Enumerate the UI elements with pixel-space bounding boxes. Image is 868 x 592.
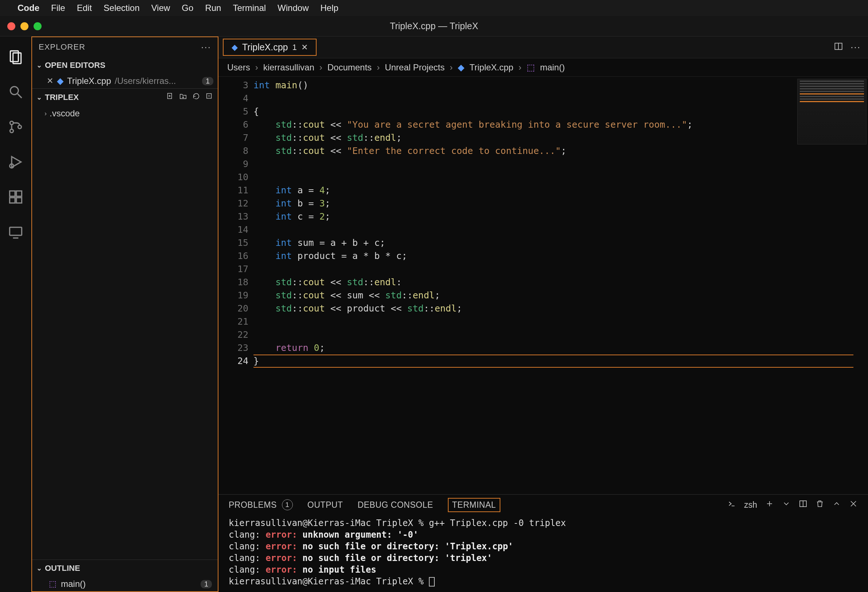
- menu-terminal[interactable]: Terminal: [233, 3, 266, 13]
- window-title: TripleX.cpp — TripleX: [390, 21, 478, 31]
- svg-point-6: [18, 125, 21, 128]
- outline-item-badge: 1: [201, 580, 212, 588]
- panel-tab-problems[interactable]: PROBLEMS 1: [229, 497, 293, 512]
- search-icon[interactable]: [8, 84, 24, 102]
- svg-rect-11: [10, 198, 15, 203]
- menu-edit[interactable]: Edit: [77, 3, 92, 13]
- menu-selection[interactable]: Selection: [103, 3, 140, 13]
- open-editor-badge: 1: [202, 77, 213, 86]
- project-header[interactable]: ⌄ TRIPLEX: [32, 88, 218, 106]
- new-folder-icon[interactable]: [179, 92, 187, 102]
- menu-run[interactable]: Run: [205, 3, 221, 13]
- breadcrumb-segment[interactable]: main(): [540, 62, 565, 72]
- tab-dirty-marker: 1: [292, 43, 297, 52]
- kill-terminal-icon[interactable]: [815, 499, 824, 510]
- terminal-dropdown-icon[interactable]: [782, 499, 791, 510]
- explorer-title: EXPLORER: [39, 42, 85, 52]
- open-editor-filename: TripleX.cpp: [67, 76, 111, 86]
- svg-point-5: [10, 129, 13, 133]
- close-tab-icon[interactable]: ✕: [301, 43, 308, 52]
- split-editor-icon[interactable]: [834, 41, 843, 53]
- panel-tab-terminal[interactable]: TERMINAL: [448, 498, 500, 512]
- open-editors-header[interactable]: ⌄ OPEN EDITORS: [32, 57, 218, 74]
- menu-window[interactable]: Window: [278, 3, 309, 13]
- split-terminal-icon[interactable]: [799, 499, 807, 510]
- menu-go[interactable]: Go: [182, 3, 193, 13]
- refresh-icon[interactable]: [192, 92, 200, 102]
- terminal-launch-icon[interactable]: [727, 499, 736, 510]
- problems-count-badge: 1: [282, 499, 293, 510]
- svg-point-4: [10, 121, 13, 124]
- macos-menubar: Code File Edit Selection View Go Run Ter…: [0, 0, 868, 16]
- svg-rect-9: [10, 191, 15, 196]
- outline-label: OUTLINE: [45, 564, 80, 573]
- close-window-button[interactable]: [7, 22, 15, 30]
- panel-tab-output[interactable]: OUTPUT: [307, 498, 343, 512]
- explorer-sidebar: EXPLORER ··· ⌄ OPEN EDITORS ✕ ◆ TripleX.…: [31, 37, 218, 592]
- app-name[interactable]: Code: [18, 3, 39, 13]
- open-editors-label: OPEN EDITORS: [45, 61, 105, 70]
- editor-region: ◆ TripleX.cpp 1 ✕ ··· Users› kierrasulli…: [218, 37, 868, 592]
- chevron-right-icon: ›: [44, 110, 47, 117]
- svg-point-2: [10, 86, 18, 94]
- close-panel-icon[interactable]: [849, 499, 858, 510]
- breadcrumb-segment[interactable]: Users: [227, 62, 250, 72]
- folder-vscode[interactable]: › .vscode: [32, 106, 218, 121]
- svg-rect-13: [10, 227, 22, 235]
- breadcrumb-segment[interactable]: kierrasullivan: [263, 62, 314, 72]
- outline-header[interactable]: ⌄ OUTLINE: [32, 560, 218, 577]
- tab-bar: ◆ TripleX.cpp 1 ✕ ···: [218, 37, 868, 58]
- breadcrumb-segment[interactable]: TripleX.cpp: [469, 62, 514, 72]
- collapse-all-icon[interactable]: [205, 92, 213, 102]
- outline-item-main[interactable]: ⬚ main() 1: [32, 577, 218, 591]
- folder-name: .vscode: [50, 108, 80, 118]
- project-label: TRIPLEX: [45, 93, 79, 102]
- terminal-output[interactable]: kierrasullivan@Kierras-iMac TripleX % g+…: [218, 515, 868, 592]
- svg-line-3: [18, 94, 22, 98]
- close-editor-icon[interactable]: ✕: [47, 76, 53, 86]
- cpp-file-icon: ◆: [232, 43, 238, 52]
- line-number-gutter: 3456789101112131415161718192021222324: [218, 77, 254, 494]
- code-editor[interactable]: 3456789101112131415161718192021222324 in…: [218, 77, 868, 494]
- extensions-icon[interactable]: [8, 189, 24, 207]
- menu-help[interactable]: Help: [320, 3, 338, 13]
- menu-view[interactable]: View: [151, 3, 170, 13]
- bottom-panel: PROBLEMS 1 OUTPUT DEBUG CONSOLE TERMINAL…: [218, 494, 868, 592]
- maximize-panel-icon[interactable]: [832, 499, 841, 510]
- breadcrumb-segment[interactable]: Documents: [328, 62, 372, 72]
- symbol-function-icon: ⬚: [527, 62, 535, 72]
- open-editor-path: /Users/kierras...: [115, 76, 176, 86]
- activity-bar: [0, 37, 31, 592]
- outline-item-name: main(): [61, 579, 86, 589]
- svg-rect-12: [16, 198, 22, 203]
- editor-more-icon[interactable]: ···: [850, 41, 861, 53]
- run-debug-icon[interactable]: [8, 154, 24, 172]
- window-titlebar: TripleX.cpp — TripleX: [0, 16, 868, 37]
- cpp-file-icon: ◆: [57, 76, 63, 86]
- shell-name[interactable]: zsh: [744, 500, 757, 510]
- explorer-icon[interactable]: [8, 49, 24, 67]
- chevron-down-icon: ⌄: [37, 564, 42, 572]
- tab-filename: TripleX.cpp: [242, 42, 288, 53]
- minimize-window-button[interactable]: [21, 22, 28, 30]
- minimap[interactable]: [797, 79, 867, 145]
- chevron-down-icon: ⌄: [37, 61, 42, 69]
- tab-triplex-cpp[interactable]: ◆ TripleX.cpp 1 ✕: [223, 39, 317, 56]
- breadcrumb-segment[interactable]: Unreal Projects: [385, 62, 444, 72]
- chevron-down-icon: ⌄: [37, 93, 42, 101]
- remote-icon[interactable]: [8, 224, 24, 242]
- panel-tab-bar: PROBLEMS 1 OUTPUT DEBUG CONSOLE TERMINAL…: [218, 495, 868, 515]
- fullscreen-window-button[interactable]: [34, 22, 41, 30]
- new-terminal-icon[interactable]: [765, 499, 774, 510]
- svg-rect-10: [16, 191, 22, 196]
- open-editor-item[interactable]: ✕ ◆ TripleX.cpp /Users/kierras... 1: [32, 74, 218, 88]
- symbol-function-icon: ⬚: [49, 579, 56, 589]
- breadcrumbs[interactable]: Users› kierrasullivan› Documents› Unreal…: [218, 58, 868, 77]
- explorer-more-icon[interactable]: ···: [201, 41, 211, 53]
- menu-file[interactable]: File: [51, 3, 65, 13]
- panel-tab-debug-console[interactable]: DEBUG CONSOLE: [357, 498, 433, 512]
- window-controls: [0, 22, 41, 30]
- code-content[interactable]: int main() { std::cout << "You are a sec…: [254, 77, 868, 494]
- source-control-icon[interactable]: [8, 119, 24, 137]
- new-file-icon[interactable]: [166, 92, 174, 102]
